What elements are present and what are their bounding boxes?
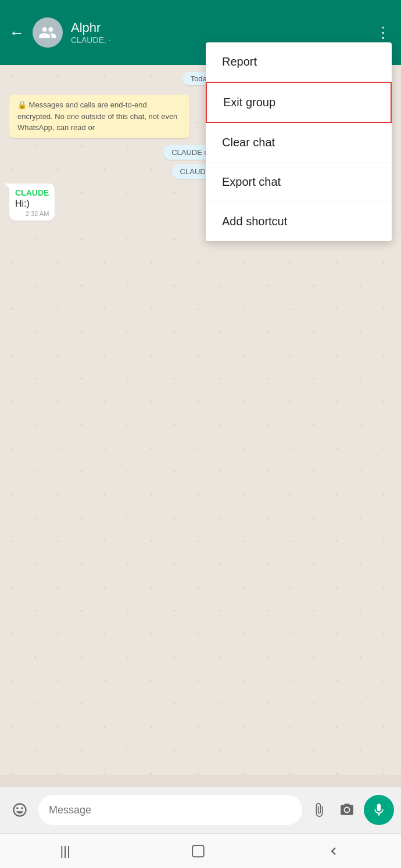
nav-back-icon [326,844,341,859]
chat-name: Alphr [71,20,367,35]
svg-rect-0 [192,845,204,857]
avatar-icon [38,23,57,42]
navigation-bar: ||| [0,833,401,868]
emoji-icon [12,802,28,818]
dropdown-item-exit-group[interactable]: Exit group [206,82,392,123]
dropdown-item-add-shortcut[interactable]: Add shortcut [206,202,392,241]
mic-icon [371,802,386,817]
attach-icon [312,802,327,817]
dropdown-item-clear-chat[interactable]: Clear chat [206,123,392,163]
avatar[interactable] [33,17,63,48]
dropdown-menu: ReportExit groupClear chatExport chatAdd… [206,42,392,241]
message-input[interactable] [38,795,302,825]
attach-button[interactable] [308,799,330,821]
header-info[interactable]: Alphr CLAUDE, · [71,20,367,45]
back-button[interactable]: ← [9,24,24,42]
microphone-button[interactable] [364,795,394,825]
header-right: ⋮ ReportExit groupClear chatExport chatA… [375,24,392,42]
emoji-button[interactable] [7,797,33,823]
nav-menu-button[interactable]: ||| [60,844,70,859]
nav-home-button[interactable] [191,844,206,859]
lock-bubble-text: 🔒 Messages and calls are end-to-end encr… [17,100,177,132]
bubble-text: Hi:) [15,199,49,209]
more-options-button[interactable]: ⋮ [375,24,392,41]
dropdown-item-export-chat[interactable]: Export chat [206,163,392,202]
message-input-bar [0,787,401,833]
camera-button[interactable] [336,799,358,821]
message-bubble: CLAUDE Hi:) 2:32 AM [9,183,55,221]
dropdown-item-report[interactable]: Report [206,42,392,82]
header: ← Alphr CLAUDE, · ⋮ ReportExit groupClea… [0,0,401,65]
bubble-sender: CLAUDE [15,188,49,197]
nav-home-icon [191,844,206,859]
bubble-time: 2:32 AM [15,210,49,217]
nav-menu-icon: ||| [60,844,70,859]
nav-back-button[interactable] [326,844,341,859]
camera-icon [339,802,355,817]
lock-bubble: 🔒 Messages and calls are end-to-end encr… [9,95,189,138]
